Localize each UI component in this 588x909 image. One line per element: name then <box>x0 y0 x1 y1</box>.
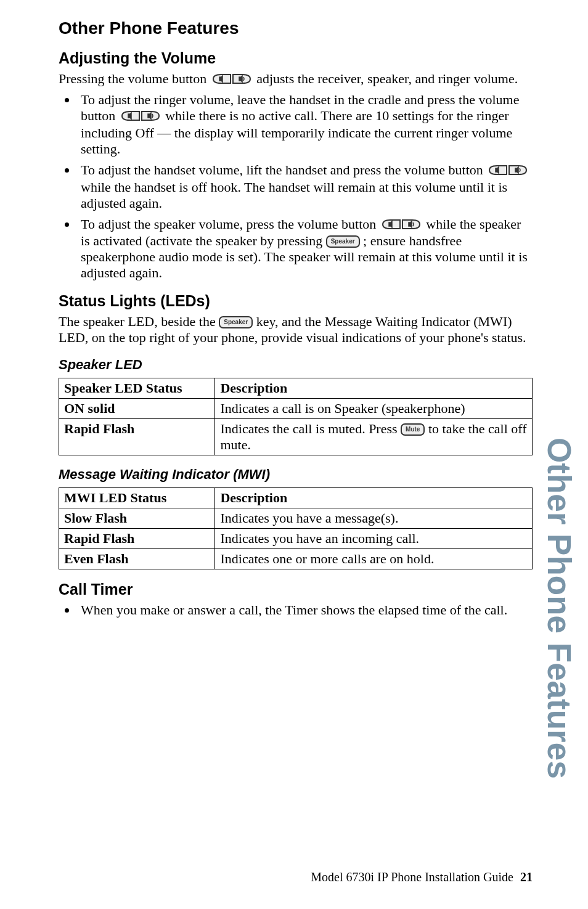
cell: Indicates you have an incoming call. <box>215 529 533 549</box>
page-number: 21 <box>520 870 533 884</box>
table-row: Even Flash Indicates one or more calls a… <box>59 549 533 569</box>
table-row: Rapid Flash Indicates you have an incomi… <box>59 529 533 549</box>
adjusting-volume-list: To adjust the ringer volume, leave the h… <box>59 92 533 281</box>
col-header: Speaker LED Status <box>59 378 215 399</box>
table-row: Slow Flash Indicates you have a message(… <box>59 508 533 529</box>
cell: Even Flash <box>59 549 215 569</box>
mute-key-icon: Mute <box>401 423 425 436</box>
col-header: Description <box>215 488 533 508</box>
cell: Indicates the call is muted. Press Mute … <box>215 419 533 455</box>
bullet-ringer: To adjust the ringer volume, leave the h… <box>77 92 533 157</box>
cell: Indicates a call is on Speaker (speakerp… <box>215 399 533 419</box>
col-header: Description <box>215 378 533 399</box>
text: To adjust the speaker volume, press the … <box>81 216 380 232</box>
volume-button-icon <box>488 163 528 179</box>
cell: Slow Flash <box>59 508 215 529</box>
speaker-led-table: Speaker LED Status Description ON solid … <box>59 378 533 455</box>
text: To adjust the handset volume, lift the h… <box>81 162 486 177</box>
status-lights-title: Status Lights (LEDs) <box>59 292 533 310</box>
adjusting-volume-title: Adjusting the Volume <box>59 49 533 67</box>
cell: ON solid <box>59 399 215 419</box>
section-title: Other Phone Features <box>59 18 533 38</box>
speaker-key-icon: Speaker <box>219 316 253 328</box>
cell: Indicates you have a message(s). <box>215 508 533 529</box>
text: The speaker LED, beside the <box>59 314 219 329</box>
volume-button-icon <box>212 72 251 88</box>
cell: Indicates one or more calls are on hold. <box>215 549 533 569</box>
mwi-table: MWI LED Status Description Slow Flash In… <box>59 487 533 569</box>
volume-button-icon <box>382 218 421 234</box>
call-timer-title: Call Timer <box>59 581 533 598</box>
speaker-key-icon: Speaker <box>326 235 360 248</box>
text: Pressing the volume button <box>59 71 210 86</box>
table-row: Rapid Flash Indicates the call is muted.… <box>59 419 533 455</box>
footer: Model 6730i IP Phone Installation Guide … <box>311 870 533 884</box>
table-header-row: Speaker LED Status Description <box>59 378 533 399</box>
table-header-row: MWI LED Status Description <box>59 488 533 508</box>
side-tab: Other Phone Features <box>541 438 578 779</box>
col-header: MWI LED Status <box>59 488 215 508</box>
bullet-handset: To adjust the handset volume, lift the h… <box>77 162 533 211</box>
bullet: When you make or answer a call, the Time… <box>77 602 533 618</box>
footer-text: Model 6730i IP Phone Installation Guide <box>311 870 513 884</box>
text: Indicates the call is muted. Press <box>220 421 401 436</box>
text: while the handset is off hook. The hands… <box>81 179 507 211</box>
mwi-title: Message Waiting Indicator (MWI) <box>59 467 533 483</box>
text: adjusts the receiver, speaker, and ringe… <box>256 71 518 86</box>
bullet-speaker: To adjust the speaker volume, press the … <box>77 216 533 282</box>
call-timer-list: When you make or answer a call, the Time… <box>59 602 533 618</box>
adjusting-volume-intro: Pressing the volume button adjusts the r… <box>59 71 533 88</box>
table-row: ON solid Indicates a call is on Speaker … <box>59 399 533 419</box>
speaker-led-title: Speaker LED <box>59 357 533 373</box>
cell: Rapid Flash <box>59 419 215 455</box>
status-lights-intro: The speaker LED, beside the Speaker key,… <box>59 314 533 346</box>
cell: Rapid Flash <box>59 529 215 549</box>
volume-button-icon <box>121 109 160 125</box>
